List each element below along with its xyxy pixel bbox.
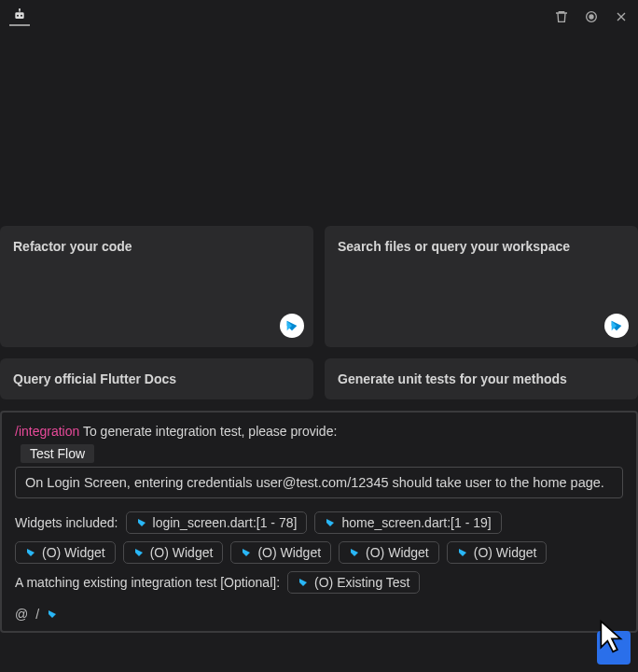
card-flutter-docs[interactable]: Query official Flutter Docs: [0, 358, 313, 399]
dart-file-icon: [349, 547, 360, 558]
panel-footer: @ /: [15, 607, 623, 622]
dart-file-icon: [298, 577, 309, 588]
prompt-text: To generate integration test, please pro…: [79, 424, 337, 439]
card-title: Query official Flutter Docs: [13, 371, 176, 386]
target-icon[interactable]: [584, 9, 599, 24]
dart-file-icon: [325, 517, 336, 528]
widgets-included-row: Widgets included: login_screen.dart:[1 -…: [15, 511, 623, 534]
chip-label: (O) Existing Test: [314, 575, 409, 590]
svg-point-2: [21, 15, 22, 17]
widgets-label: Widgets included:: [15, 515, 118, 530]
widget-chip[interactable]: (O) Widget: [339, 541, 439, 564]
existing-test-chip[interactable]: (O) Existing Test: [287, 571, 420, 594]
header-bar: [0, 0, 638, 30]
widget-chip[interactable]: (O) Widget: [230, 541, 331, 564]
existing-test-row: A matching existing integration test [Op…: [15, 571, 623, 594]
chip-label: (O) Widget: [150, 545, 214, 560]
dart-file-icon: [133, 547, 145, 558]
card-title: Search files or query your workspace: [338, 239, 625, 254]
trash-icon[interactable]: [554, 9, 569, 24]
header-left: [9, 7, 30, 26]
prompt-line: /integration To generate integration tes…: [15, 424, 623, 439]
at-shortcut[interactable]: @: [15, 607, 28, 622]
svg-rect-0: [15, 12, 23, 19]
file-chip[interactable]: login_screen.dart:[1 - 78]: [126, 511, 308, 534]
chip-label: (O) Widget: [42, 545, 105, 560]
dart-icon: [280, 314, 304, 338]
submit-button[interactable]: [597, 631, 631, 665]
chip-label: home_screen.dart:[1 - 19]: [341, 515, 491, 530]
dart-file-icon[interactable]: [47, 609, 58, 620]
card-search[interactable]: Search files or query your workspace: [325, 226, 638, 347]
file-chip[interactable]: home_screen.dart:[1 - 19]: [314, 511, 501, 534]
svg-point-4: [19, 8, 21, 10]
robot-icon: [10, 7, 29, 22]
dart-file-icon: [241, 547, 252, 558]
dart-file-icon: [25, 547, 36, 558]
suggestion-cards-row-2: Query official Flutter Docs Generate uni…: [0, 358, 638, 399]
card-title: Refactor your code: [13, 239, 300, 254]
chip-label: login_screen.dart:[1 - 78]: [153, 515, 298, 530]
card-title: Generate unit tests for your methods: [338, 371, 567, 386]
test-flow-label: Test Flow: [21, 444, 94, 463]
dart-file-icon: [457, 547, 468, 558]
test-description-input[interactable]: On Login Screen, entering credentials us…: [15, 467, 623, 498]
close-icon[interactable]: [614, 9, 629, 24]
header-actions: [554, 9, 629, 24]
app-logo[interactable]: [9, 7, 30, 26]
card-unit-tests[interactable]: Generate unit tests for your methods: [325, 358, 638, 399]
chip-label: (O) Widget: [474, 545, 537, 560]
slash-shortcut[interactable]: /: [35, 607, 39, 622]
svg-point-6: [589, 15, 593, 19]
input-panel: /integration To generate integration tes…: [0, 411, 638, 633]
svg-point-1: [17, 15, 19, 17]
dart-file-icon: [136, 517, 147, 528]
widget-chips-row: (O) Widget (O) Widget (O) Widget (O) Wid…: [15, 541, 623, 564]
suggestion-cards-row-1: Refactor your code Search files or query…: [0, 226, 638, 347]
chip-label: (O) Widget: [257, 545, 321, 560]
dart-icon: [604, 314, 629, 338]
command-text: /integration: [15, 424, 79, 439]
card-refactor[interactable]: Refactor your code: [0, 226, 313, 347]
match-label: A matching existing integration test [Op…: [15, 575, 280, 590]
logo-underline: [9, 24, 30, 26]
widget-chip[interactable]: (O) Widget: [15, 541, 116, 564]
chip-label: (O) Widget: [366, 545, 429, 560]
widget-chip[interactable]: (O) Widget: [447, 541, 548, 564]
widget-chip[interactable]: (O) Widget: [123, 541, 224, 564]
